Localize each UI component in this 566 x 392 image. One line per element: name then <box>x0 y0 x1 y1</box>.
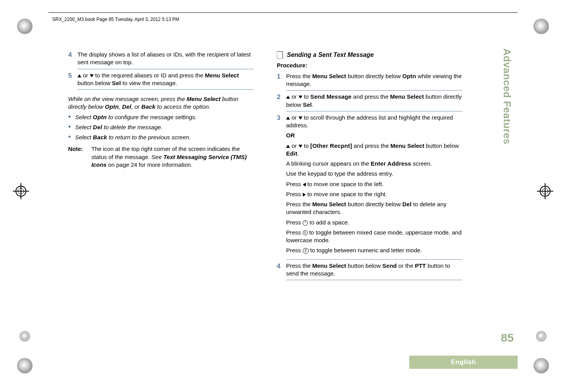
step-number: 1 <box>277 72 286 81</box>
txt: While on the view message screen, press … <box>68 96 187 102</box>
txt: and press the <box>352 93 390 100</box>
bullet-dot-icon: • <box>68 123 75 130</box>
txt: to configure the message settings. <box>107 114 197 120</box>
txt: to return to the previous screen. <box>107 134 191 140</box>
step-number: 3 <box>277 114 286 123</box>
txt: to add a space. <box>308 219 349 226</box>
step-3: 3 or to scroll through the address list … <box>277 114 462 257</box>
left-arrow-icon <box>303 183 306 187</box>
down-arrow-icon <box>90 74 94 77</box>
txt: Press <box>286 191 303 197</box>
section-tab: Advanced Features <box>500 48 514 144</box>
up-arrow-icon <box>286 96 290 99</box>
step-body: or to Send Message and press the Menu Se… <box>286 93 462 109</box>
txt: button directly below <box>346 201 402 207</box>
txt: to access the option. <box>156 103 211 110</box>
up-arrow-icon <box>286 145 290 148</box>
side-mark-icon <box>536 331 547 342</box>
step-2: 2 or to Send Message and press the Menu … <box>277 93 462 109</box>
bullet-item: • Select Back to return to the previous … <box>68 134 254 141</box>
send-message-key: Send Message <box>310 93 352 100</box>
txt: to <box>302 93 310 100</box>
header-rule <box>48 12 518 13</box>
txt: Select <box>75 114 93 120</box>
or-label: OR <box>286 132 462 139</box>
txt: or <box>290 114 298 121</box>
step-body: or to the required aliases or ID and pre… <box>77 72 254 87</box>
step-4: 4 The display shows a list of aliases or… <box>68 51 254 67</box>
back-key: Back <box>93 134 107 140</box>
txt: , <box>119 103 122 110</box>
txt: to move one space to the left. <box>306 181 384 187</box>
side-mark-icon <box>19 331 30 342</box>
txt: or <box>290 93 298 100</box>
optn-key: Optn <box>402 73 416 79</box>
menu-select-label: Menu Select <box>390 93 424 100</box>
txt: to toggle between mixed case mode, upper… <box>286 229 461 243</box>
txt: Press <box>286 219 303 226</box>
page-canvas: SRX_2200_M3.book Page 85 Tuesday, April … <box>0 0 566 392</box>
corner-mark-icon <box>533 358 549 373</box>
menu-select-label: Menu Select <box>312 201 346 207</box>
txt: to move one space to the right. <box>306 191 387 197</box>
txt: button directly below <box>346 73 402 79</box>
txt: Press <box>286 181 303 187</box>
section-title: Sending a Sent Text Message <box>287 51 374 59</box>
down-arrow-icon <box>298 96 302 99</box>
step-divider <box>77 69 254 69</box>
txt: button below <box>424 142 459 149</box>
step-number: 2 <box>277 93 286 102</box>
step-divider <box>286 111 462 111</box>
bullet-item: • Select Optn to configure the message s… <box>68 113 254 121</box>
registration-mark-icon <box>15 186 26 197</box>
txt: or <box>81 72 90 79</box>
txt: on page 24 for more information. <box>106 161 192 168</box>
txt: A blinking cursor appears on the <box>286 160 370 167</box>
note-body: The icon at the top right corner of the … <box>91 145 254 169</box>
step-divider <box>286 280 462 280</box>
txt: to view the message. <box>121 80 177 86</box>
edit-key: Edit <box>286 150 297 157</box>
step-4-right: 4 Press the Menu Select button below Sen… <box>277 262 462 278</box>
step-number: 5 <box>68 72 77 80</box>
down-arrow-icon <box>298 145 302 148</box>
txt: button below <box>346 262 382 269</box>
bullet-text: Select Optn to configure the message set… <box>75 113 254 121</box>
note-label: Note: <box>68 145 91 169</box>
txt: or <box>290 142 298 149</box>
bullet-dot-icon: • <box>68 134 75 140</box>
txt: Press the <box>286 201 312 207</box>
step-body: or to scroll through the address list an… <box>286 114 462 257</box>
page-icon <box>277 51 283 59</box>
txt: , or <box>131 103 141 110</box>
menu-select-label: Menu Select <box>312 73 346 79</box>
del-key: Del <box>93 124 102 130</box>
txt: to scroll through the address list and h… <box>286 114 453 128</box>
step-5: 5 or to the required aliases or ID and p… <box>68 72 254 87</box>
up-arrow-icon <box>286 116 290 120</box>
ptt-label: PTT <box>415 262 426 269</box>
optn-key: Optn <box>105 103 119 110</box>
right-arrow-icon <box>303 193 306 197</box>
bullet-dot-icon: • <box>68 113 75 120</box>
back-key: Back <box>141 103 156 110</box>
txt: . <box>312 101 313 108</box>
section-heading: Sending a Sent Text Message <box>277 51 462 59</box>
hash-key-icon: # <box>303 248 309 253</box>
step-1: 1 Press the Menu Select button directly … <box>277 72 462 88</box>
optn-key: Optn <box>93 114 107 120</box>
bullet-list: • Select Optn to configure the message s… <box>68 113 254 142</box>
corner-mark-icon <box>533 19 549 34</box>
bullet-text: Select Back to return to the previous sc… <box>75 134 254 141</box>
view-intro: While on the view message screen, press … <box>68 95 254 111</box>
registration-mark-icon <box>540 186 551 197</box>
txt: Press the <box>286 262 312 269</box>
txt: Use the keypad to type the address entry… <box>286 170 462 178</box>
txt: or the <box>397 262 415 269</box>
step-divider <box>286 90 462 91</box>
up-arrow-icon <box>77 74 81 77</box>
txt: and press the <box>352 142 390 149</box>
step-number: 4 <box>277 262 286 271</box>
sel-key: Sel <box>303 101 312 108</box>
corner-mark-icon <box>17 19 33 34</box>
